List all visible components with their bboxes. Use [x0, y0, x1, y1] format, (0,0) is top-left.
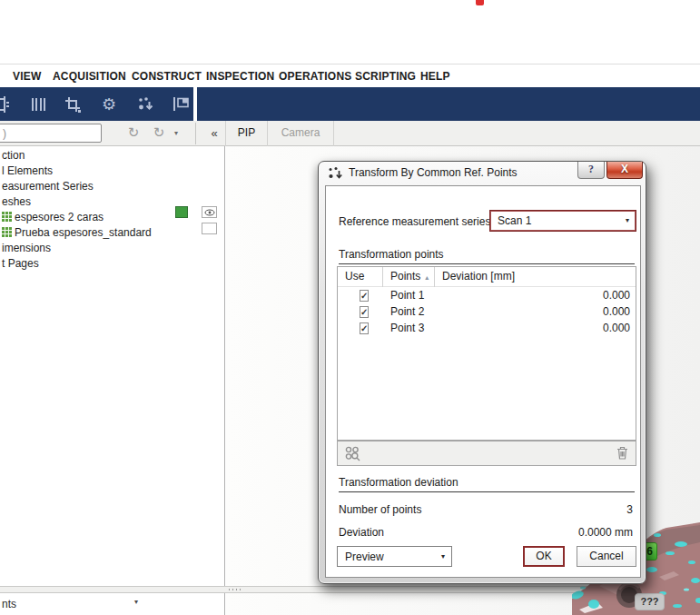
- bottom-panel-caret-icon[interactable]: ▾: [134, 598, 138, 606]
- explorer-tree-panel: ction l Elements easurement Series eshes…: [0, 146, 225, 586]
- menu-bar: VIEW ACQUISITION CONSTRUCT INSPECTION OP…: [0, 64, 700, 87]
- point-deviation: 0.000: [435, 289, 636, 302]
- menu-help[interactable]: HELP: [420, 64, 450, 88]
- menu-construct[interactable]: CONSTRUCT: [132, 64, 202, 88]
- cancel-button[interactable]: Cancel: [577, 546, 636, 567]
- reload-dropdown-caret-icon[interactable]: ▾: [171, 121, 182, 146]
- points-table-toolbar: [337, 441, 636, 466]
- tree-item-prueba-espesores-standard[interactable]: Prueba espesores_standard: [0, 224, 224, 240]
- tree-item-meshes[interactable]: eshes: [0, 193, 224, 209]
- alignment-icon[interactable]: [0, 87, 9, 121]
- tree-item-espesores-2-caras[interactable]: espesores 2 caras: [0, 209, 224, 224]
- viewport-tooltip: ???: [635, 593, 665, 610]
- dialog-content: Reference measurement series Scan 1 ▾ Tr…: [325, 185, 641, 578]
- tree-item-report-pages[interactable]: t Pages: [0, 255, 224, 271]
- menu-view[interactable]: VIEW: [13, 64, 41, 88]
- transform-points-icon[interactable]: [132, 87, 159, 121]
- crop-icon[interactable]: [60, 87, 85, 121]
- mesh-icon: [2, 212, 12, 222]
- deviation-label: Deviation: [339, 526, 384, 539]
- ok-button[interactable]: OK: [523, 546, 565, 567]
- chevron-down-icon: ▾: [441, 547, 445, 567]
- menu-operations[interactable]: OPERATIONS: [279, 64, 351, 88]
- mesh-icon: [2, 227, 12, 237]
- eye-icon: [204, 209, 215, 216]
- gear-icon[interactable]: ⚙: [96, 87, 122, 121]
- use-checkbox[interactable]: ✓: [360, 306, 369, 318]
- match-points-icon[interactable]: [345, 446, 360, 464]
- tab-pip[interactable]: PIP: [225, 121, 268, 146]
- point-deviation: 0.000: [435, 305, 636, 318]
- transform-points-icon: [328, 166, 343, 184]
- help-button[interactable]: ?: [577, 162, 605, 179]
- section-transformation-points: Transformation points: [339, 248, 635, 264]
- tree-item-elements[interactable]: l Elements: [0, 163, 224, 178]
- table-row[interactable]: ✓ Point 1 0.000: [338, 287, 636, 303]
- color-swatch[interactable]: [175, 206, 188, 218]
- reference-series-select[interactable]: Scan 1 ▾: [489, 210, 636, 232]
- toolbar-gap: [193, 87, 197, 121]
- tree-item-measurement-series[interactable]: easurement Series: [0, 178, 224, 193]
- column-points[interactable]: Points▴: [383, 267, 435, 287]
- transform-dialog: Transform By Common Ref. Points ? X Refe…: [318, 161, 646, 584]
- column-use[interactable]: Use: [338, 267, 383, 287]
- dialog-title: Transform By Common Ref. Points: [349, 162, 518, 184]
- preview-select[interactable]: Preview ▾: [337, 546, 452, 567]
- column-deviation[interactable]: Deviation [mm]: [435, 267, 636, 287]
- delete-trash-icon[interactable]: [616, 446, 628, 462]
- close-button[interactable]: X: [606, 162, 643, 179]
- table-row[interactable]: ✓ Point 3 0.000: [338, 320, 636, 336]
- splitter-grip-icon: [229, 589, 241, 590]
- points-table: Use Points▴ Deviation [mm] ✓ Point 1 0.0…: [337, 266, 636, 441]
- tab-camera[interactable]: Camera: [268, 121, 334, 146]
- deviation-value: 0.0000 mm: [578, 526, 633, 539]
- flag-icon[interactable]: [167, 87, 194, 121]
- number-of-points-value: 3: [626, 503, 633, 516]
- visibility-eye-toggle[interactable]: [202, 206, 217, 218]
- reload-icon[interactable]: ↻: [149, 121, 169, 146]
- secondary-bar: ↻ ↻ ▾ « PIP Camera: [0, 121, 700, 146]
- bottom-panel-label: nts: [2, 598, 16, 610]
- search-input[interactable]: [0, 124, 102, 143]
- separator: [195, 123, 196, 144]
- table-row[interactable]: ✓ Point 2 0.000: [338, 303, 636, 320]
- sort-asc-icon: ▴: [425, 273, 429, 282]
- chevron-down-icon: ▾: [626, 211, 629, 231]
- section-transformation-deviation: Transformation deviation: [339, 476, 635, 492]
- bars-icon[interactable]: [27, 87, 49, 121]
- point-deviation: 0.000: [435, 322, 636, 334]
- main-toolbar: ⚙: [0, 87, 700, 121]
- menu-inspection[interactable]: INSPECTION: [206, 64, 274, 88]
- collapse-panel-button[interactable]: «: [203, 121, 225, 146]
- tree-item-section[interactable]: ction: [0, 147, 224, 163]
- menu-acquisition[interactable]: ACQUISITION: [53, 64, 126, 88]
- use-checkbox[interactable]: ✓: [360, 290, 369, 302]
- use-checkbox[interactable]: ✓: [360, 322, 369, 334]
- window-close-fragment: [476, 0, 484, 5]
- point-name: Point 2: [383, 305, 435, 318]
- number-of-points-label: Number of points: [339, 503, 421, 516]
- bottom-dock-panel: nts ▾: [0, 593, 225, 615]
- points-table-header: Use Points▴ Deviation [mm]: [338, 267, 636, 287]
- reference-series-label: Reference measurement series: [339, 215, 490, 228]
- sync-icon[interactable]: ↻: [123, 121, 143, 146]
- point-name: Point 1: [383, 289, 435, 302]
- point-name: Point 3: [383, 322, 435, 334]
- menu-scripting[interactable]: SCRIPTING: [355, 64, 416, 88]
- tree-item-dimensions[interactable]: imensions: [0, 240, 224, 255]
- visibility-checkbox-unchecked[interactable]: [202, 223, 217, 234]
